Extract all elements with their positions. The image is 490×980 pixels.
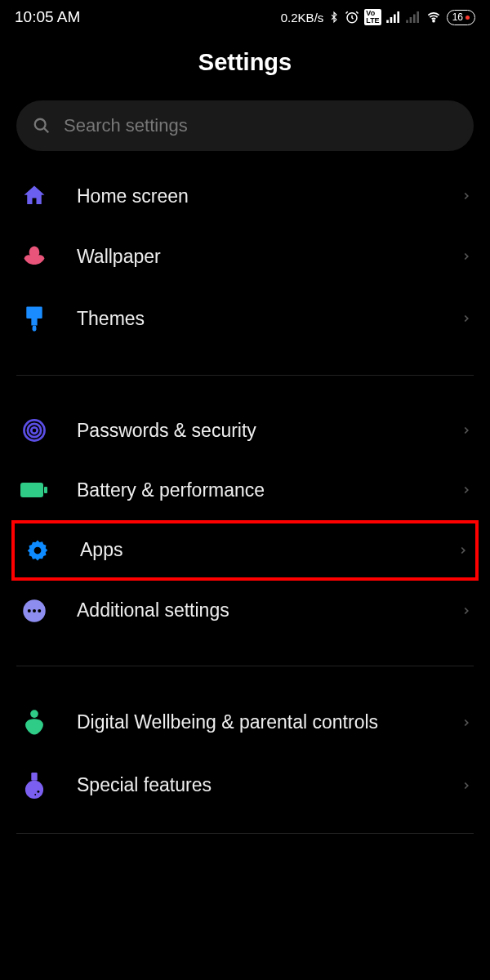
divider [16, 375, 474, 376]
svg-point-28 [37, 791, 39, 793]
row-label: Battery & performance [77, 479, 434, 502]
chevron-right-icon [461, 777, 472, 795]
svg-rect-7 [413, 15, 416, 24]
svg-point-25 [30, 710, 38, 718]
alarm-icon [345, 10, 359, 24]
signal-icon-1 [386, 11, 401, 23]
status-icons: 0.2KB/s VoLTE 16 [281, 9, 475, 25]
row-label: Themes [77, 307, 434, 331]
gear-icon [25, 538, 50, 563]
ellipsis-circle-icon [22, 599, 47, 623]
row-battery-performance[interactable]: Battery & performance [0, 461, 490, 520]
svg-line-11 [44, 128, 49, 133]
battery-low-dot [466, 16, 470, 20]
highlight-box: Apps [11, 520, 479, 581]
svg-rect-13 [31, 318, 37, 326]
row-label: Home screen [77, 185, 434, 208]
search-input[interactable] [64, 115, 457, 136]
row-label: Apps [80, 538, 431, 562]
chevron-right-icon [461, 310, 472, 327]
svg-point-20 [34, 546, 42, 554]
svg-rect-2 [390, 17, 392, 23]
row-passwords-security[interactable]: Passwords & security [0, 400, 490, 461]
svg-point-24 [38, 609, 41, 612]
row-themes[interactable]: Themes [0, 287, 490, 350]
battery-indicator: 16 [447, 10, 475, 25]
chevron-right-icon [461, 481, 472, 499]
status-time: 10:05 AM [15, 8, 80, 26]
network-rate: 0.2KB/s [281, 11, 324, 24]
svg-point-22 [28, 609, 31, 612]
svg-rect-1 [386, 20, 389, 24]
search-bar[interactable] [16, 100, 474, 151]
svg-rect-19 [44, 487, 47, 493]
svg-point-27 [25, 781, 43, 799]
svg-point-9 [433, 20, 434, 22]
svg-rect-5 [406, 20, 408, 24]
fingerprint-icon [22, 418, 47, 443]
bluetooth-icon [328, 10, 340, 24]
row-home-screen[interactable]: Home screen [0, 166, 490, 226]
chevron-right-icon [461, 714, 472, 732]
chevron-right-icon [461, 187, 472, 205]
row-apps[interactable]: Apps [21, 538, 469, 563]
battery-icon [20, 481, 48, 499]
flower-icon [22, 244, 47, 269]
svg-point-29 [34, 794, 36, 795]
settings-list: Home screen Wallpaper Themes Passwords &… [0, 166, 490, 834]
row-digital-wellbeing[interactable]: Digital Wellbeing & parental controls [0, 691, 490, 755]
svg-point-17 [31, 427, 38, 434]
svg-rect-4 [397, 11, 399, 23]
divider [16, 666, 474, 666]
search-icon [33, 117, 51, 135]
row-label: Passwords & security [77, 419, 434, 443]
home-icon [22, 184, 47, 208]
svg-rect-12 [26, 306, 42, 318]
svg-rect-3 [394, 15, 396, 24]
svg-rect-18 [20, 483, 43, 497]
divider [16, 833, 474, 834]
svg-rect-6 [409, 17, 412, 23]
wellbeing-icon [22, 709, 47, 737]
row-special-features[interactable]: Special features [0, 755, 490, 817]
flask-icon [22, 773, 47, 799]
chevron-right-icon [461, 421, 472, 439]
row-label: Digital Wellbeing & parental controls [77, 710, 434, 734]
svg-point-16 [28, 424, 41, 437]
chevron-right-icon [461, 247, 472, 265]
row-label: Wallpaper [77, 245, 434, 269]
wifi-icon [425, 11, 442, 24]
row-label: Special features [77, 773, 434, 797]
battery-percent: 16 [452, 11, 463, 23]
chevron-right-icon [457, 541, 469, 559]
row-wallpaper[interactable]: Wallpaper [0, 226, 490, 287]
svg-rect-14 [33, 326, 37, 332]
svg-point-10 [35, 119, 46, 130]
svg-point-23 [33, 609, 36, 612]
signal-icon-2 [406, 11, 421, 23]
chevron-right-icon [461, 602, 472, 620]
brush-icon [22, 305, 47, 332]
page-title: Settings [0, 49, 490, 76]
svg-rect-8 [416, 11, 419, 23]
status-bar: 10:05 AM 0.2KB/s VoLTE 16 [0, 0, 490, 33]
row-label: Additional settings [77, 599, 434, 622]
volte-icon: VoLTE [364, 9, 381, 25]
svg-rect-26 [31, 773, 37, 781]
row-additional-settings[interactable]: Additional settings [0, 581, 490, 641]
